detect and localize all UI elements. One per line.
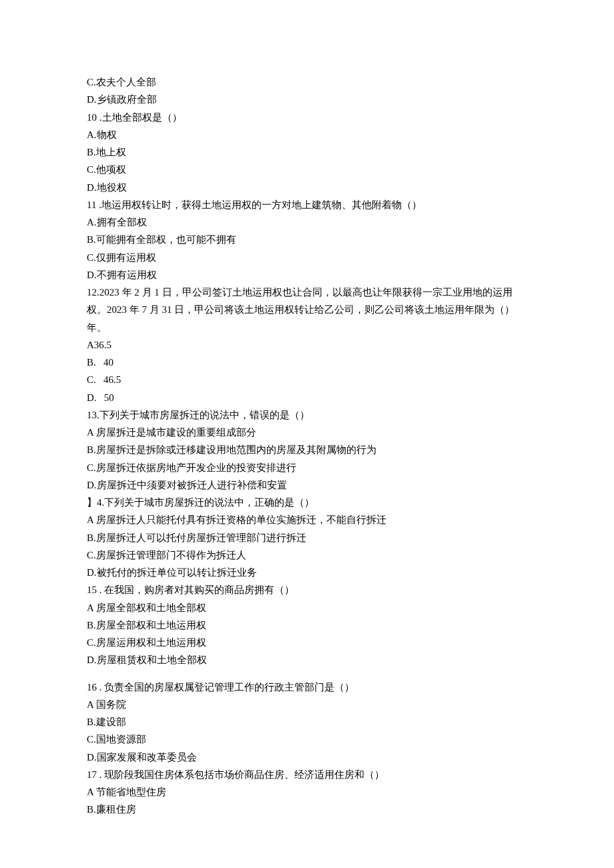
option-d: D.乡镇政府全部: [87, 91, 527, 108]
option-d: D.地役权: [87, 179, 527, 196]
option-b: B.地上权: [87, 143, 527, 161]
question-15: 15 . 在我国，购房者对其购买的商品房拥有（）: [87, 581, 527, 598]
option-b: B.房屋全部权和土地运用权: [87, 616, 527, 634]
option-b: B. 40: [87, 354, 527, 371]
option-a: A36.5: [87, 336, 527, 354]
option-a: A 房屋拆迁是城市建设的重要组成部分: [87, 424, 527, 441]
option-b: B.房屋拆迁是拆除或迁移建设用地范围内的房屋及其附属物的行为: [87, 441, 527, 458]
option-c: C.他项权: [87, 161, 527, 178]
option-a: A 房屋全部权和土地全部权: [87, 599, 527, 616]
option-c: C.房屋拆迁依据房地产开发企业的投资安排进行: [87, 459, 527, 476]
option-d: D.不拥有运用权: [87, 266, 527, 284]
option-c: C.国地资源部: [87, 731, 527, 748]
question-11: 11 .地运用权转让时，获得土地运用权的一方对地上建筑物、其他附着物（）: [87, 196, 527, 213]
option-a: A 节能省地型住房: [87, 783, 527, 801]
option-d: D.房屋租赁权和土地全部权: [87, 651, 527, 669]
option-c: C.房屋运用权和土地运用权: [87, 634, 527, 651]
option-d: D.国家发展和改革委员会: [87, 749, 527, 766]
option-a: A.拥有全部权: [87, 213, 527, 231]
option-c: C.仅拥有运用权: [87, 249, 527, 266]
question-17: 17 . 现阶段我国住房体系包括市场价商品住房、经济适用住房和（）: [87, 766, 527, 783]
document-page: C.农夫个人全部 D.乡镇政府全部 10 .土地全部权是（） A.物权 B.地上…: [0, 0, 614, 868]
option-c: C.房屋拆迁管理部门不得作为拆迁人: [87, 546, 527, 564]
option-b: B.廉租住房: [87, 801, 527, 818]
option-d: D.被托付的拆迁单位可以转让拆迁业务: [87, 564, 527, 581]
option-b: B.房屋拆迁人可以托付房屋拆迁管理部门进行拆迁: [87, 529, 527, 546]
blank-line: [87, 669, 527, 679]
question-16: 16 . 负责全国的房屋权属登记管理工作的行政主管部门是（）: [87, 679, 527, 696]
option-a: A 房屋拆迁人只能托付具有拆迁资格的单位实施拆迁，不能自行拆迁: [87, 511, 527, 528]
question-12: 12.2023 年 2 月 1 日，甲公司签订土地运用权也让合同，以最高也让年限…: [87, 284, 527, 336]
question-13: 13.下列关于城市房屋拆迁的说法中，错误的是（）: [87, 406, 527, 424]
option-c: C. 46.5: [87, 371, 527, 388]
option-a: A.物权: [87, 126, 527, 143]
option-d: D. 50: [87, 389, 527, 406]
option-c: C.农夫个人全部: [87, 73, 527, 91]
option-d: D.房屋拆迁中须要对被拆迁人进行补偿和安置: [87, 476, 527, 494]
option-b: B.建设部: [87, 713, 527, 731]
option-a: A 国务院: [87, 696, 527, 713]
question-10: 10 .土地全部权是（）: [87, 109, 527, 126]
question-14: 】4.下列关于城市房屋拆迁的说法中，正确的是（）: [87, 494, 527, 511]
option-b: B.可能拥有全部权，也可能不拥有: [87, 231, 527, 248]
